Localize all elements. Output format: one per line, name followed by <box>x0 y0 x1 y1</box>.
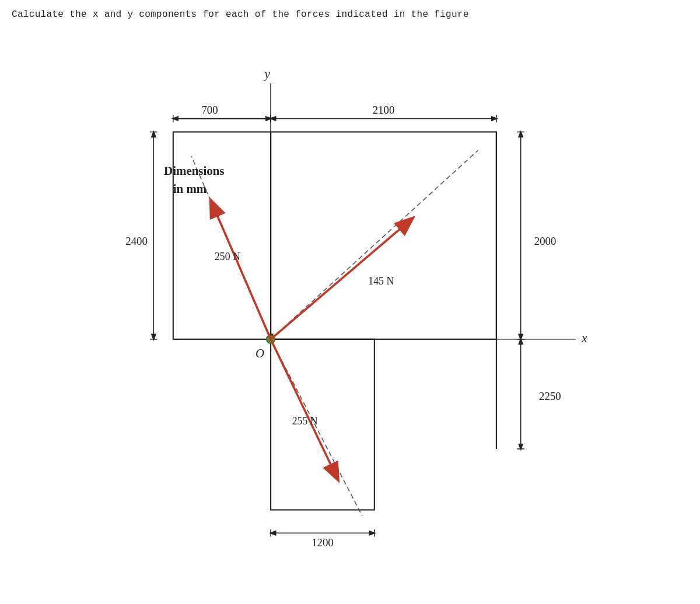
svg-line-9 <box>211 201 271 339</box>
dimensions-unit: in mm <box>173 182 207 196</box>
diagram-container: x y O 700 2100 <box>58 47 642 583</box>
dim-2000-label: 2000 <box>534 235 556 247</box>
svg-rect-2 <box>271 339 374 510</box>
svg-rect-1 <box>271 132 496 339</box>
dim-2100-label: 2100 <box>373 104 395 116</box>
y-axis-label: y <box>264 67 271 81</box>
svg-line-11 <box>271 339 338 479</box>
origin-label: O <box>256 346 264 360</box>
force-250-label: 250 N <box>215 251 240 262</box>
x-axis-label: x <box>581 331 587 345</box>
problem-statement: Calculate the x and y components for eac… <box>12 9 469 20</box>
force-255-label: 255 N <box>292 415 318 427</box>
dim-1200-label: 1200 <box>312 536 334 549</box>
dim-700-label: 700 <box>201 104 218 116</box>
svg-line-7 <box>271 150 478 339</box>
dim-2400-label: 2400 <box>125 235 148 247</box>
force-145-label: 145 N <box>368 275 394 287</box>
dim-2250-label: 2250 <box>539 390 561 402</box>
dimensions-label: Dimensions <box>164 164 224 178</box>
